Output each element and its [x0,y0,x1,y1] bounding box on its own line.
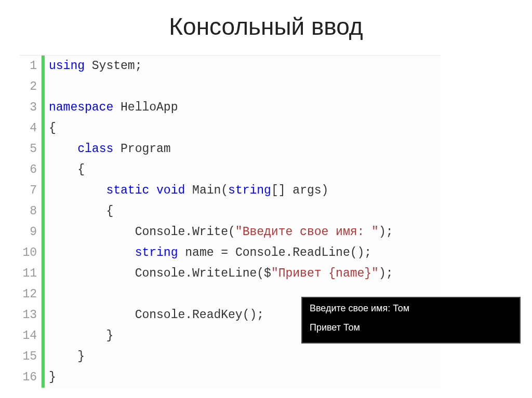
line-number: 2 [20,76,37,97]
line-number: 10 [20,242,37,263]
code-line: } [49,367,441,388]
line-number: 14 [20,325,37,346]
line-number: 4 [20,118,37,139]
code-line: namespace HelloApp [49,97,441,118]
code-line: { [49,201,441,222]
line-number: 7 [20,180,37,201]
console-line-1: Введите свое имя: Том [310,303,512,314]
line-number: 15 [20,346,37,367]
slide-title: Консольный ввод [0,0,532,48]
line-number: 11 [20,263,37,284]
line-number-gutter: 12345678910111213141516 [20,56,42,388]
code-line: using System; [49,56,441,76]
code-line: { [49,118,441,139]
console-output: Введите свое имя: Том Привет Том [301,297,521,344]
line-number: 16 [20,367,37,388]
line-number: 8 [20,201,37,222]
code-line: } [49,346,441,367]
code-line: string name = Console.ReadLine(); [49,242,441,263]
line-number: 1 [20,56,37,76]
code-line: { [49,159,441,180]
code-line: class Program [49,139,441,159]
line-number: 12 [20,284,37,305]
code-line: Console.Write("Введите свое имя: "); [49,222,441,242]
line-number: 3 [20,97,37,118]
line-number: 9 [20,222,37,242]
line-number: 6 [20,159,37,180]
console-line-2: Привет Том [310,322,512,333]
code-line: Console.WriteLine($"Привет {name}"); [49,263,441,284]
line-number: 13 [20,305,37,325]
line-number: 5 [20,139,37,159]
code-line: static void Main(string[] args) [49,180,441,201]
code-line [49,76,441,97]
